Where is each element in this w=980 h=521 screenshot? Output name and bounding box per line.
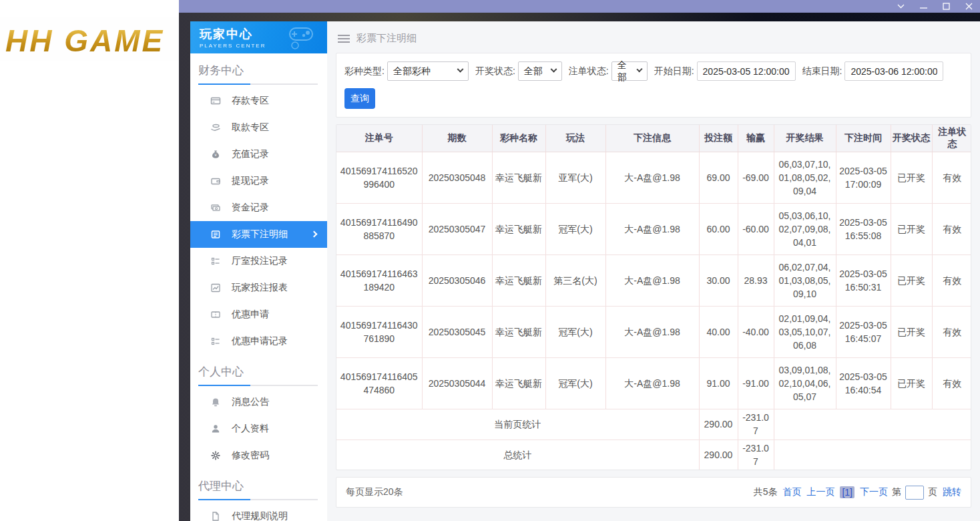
cell-bet-info: 大-A盘@1.98 [605, 255, 699, 307]
chevron-down-icon[interactable] [889, 0, 912, 13]
cell-period: 20250305048 [422, 152, 492, 204]
cell-order-status: 有效 [932, 358, 971, 409]
hh-game-logo: HH GAME [5, 23, 164, 59]
cell-winloss: -91.00 [738, 358, 774, 409]
chevron-down-icon [636, 66, 642, 72]
draw-status-label: 开奖状态: [475, 65, 515, 77]
cell-draw-status: 已开奖 [891, 204, 932, 255]
cell-play: 亚军(大) [545, 152, 605, 204]
cell-bet-info: 大-A盘@1.98 [605, 358, 699, 409]
maximize-button[interactable] [935, 0, 957, 13]
start-date-input[interactable] [697, 61, 796, 81]
cell-draw-result: 06,03,07,10,01,08,05,02,09,04 [774, 152, 836, 204]
cell-lottery-name: 幸运飞艇新 [492, 255, 545, 307]
cell-bet-time: 2025-03-05 17:00:09 [836, 152, 891, 204]
jump-suffix: 页 [928, 486, 937, 498]
lottery-type-select[interactable]: 全部彩种 [387, 61, 469, 81]
cell-draw-status: 已开奖 [891, 255, 932, 307]
prev-page-link[interactable]: 上一页 [806, 486, 834, 498]
col-order-status: 注单状态 [932, 125, 971, 152]
window-body: 玩家中心 PLAYERS CENTER 财务中心 存款专区 [179, 13, 980, 521]
cell-bet-amount: 91.00 [699, 358, 738, 409]
sidebar-item-lottery-bet-details[interactable]: 彩票下注明细 [190, 221, 327, 248]
sidebar-item-hall-bet-records[interactable]: 厅室投注记录 [190, 248, 327, 275]
list-book-icon [210, 229, 221, 240]
sidebar-item-deposit[interactable]: 存款专区 [190, 88, 327, 114]
summary-row-current-page: 当前页统计 290.00 -231.07 [336, 409, 971, 440]
cell-bet-amount: 40.00 [699, 307, 738, 358]
bet-table: 注单号 期数 彩种名称 玩法 下注信息 投注额 输赢 开奖结果 下注时间 开奖状… [336, 125, 971, 470]
lottery-type-label: 彩种类型: [344, 65, 385, 77]
sidebar-item-fund-records[interactable]: 资金记录 [190, 194, 327, 221]
col-draw-status: 开奖状态 [891, 125, 932, 152]
start-date-label: 开始日期: [654, 65, 694, 77]
search-button[interactable]: 查询 [344, 88, 375, 109]
page-size-text: 每页显示20条 [346, 486, 403, 498]
cell-bet-info: 大-A盘@1.98 [605, 307, 699, 358]
next-page-link[interactable]: 下一页 [860, 486, 888, 498]
sidebar-item-label: 取款专区 [232, 122, 269, 134]
ticket-icon [210, 309, 221, 320]
sidebar-item-label: 优惠申请记录 [232, 335, 288, 347]
cell-play: 冠军(大) [545, 307, 605, 358]
minimize-button[interactable] [912, 0, 935, 13]
sidebar-item-player-bet-report[interactable]: 玩家投注报表 [190, 275, 327, 301]
jump-button[interactable]: 跳转 [943, 486, 961, 498]
bet-table-card: 注单号 期数 彩种名称 玩法 下注信息 投注额 输赢 开奖结果 下注时间 开奖状… [336, 124, 971, 470]
hand-money-icon [210, 122, 221, 133]
sidebar-item-agent-rules[interactable]: 代理规则说明 [190, 503, 327, 521]
order-status-select[interactable]: 全部 [611, 61, 648, 81]
banknote-icon [210, 202, 221, 213]
sidebar-item-withdraw[interactable]: 取款专区 [190, 114, 327, 141]
hamburger-icon[interactable] [338, 33, 350, 45]
cell-lottery-name: 幸运飞艇新 [492, 307, 545, 358]
draw-status-value: 全部 [524, 65, 543, 77]
filter-panel: 彩种类型: 全部彩种 开奖状态: 全部 注单状态: 全部 [336, 53, 971, 118]
cell-period: 20250305046 [422, 255, 492, 307]
sidebar-item-recharge-records[interactable]: ¥ 充值记录 [190, 141, 327, 168]
cell-order-id: 401569174116430761890 [336, 307, 422, 358]
sidebar-item-profile[interactable]: 个人资料 [190, 415, 327, 442]
close-button[interactable] [957, 0, 980, 13]
draw-status-select[interactable]: 全部 [518, 61, 562, 81]
cell-bet-amount: 69.00 [699, 152, 738, 204]
sidebar-item-announcements[interactable]: 消息公告 [190, 389, 327, 415]
summary-empty [774, 409, 971, 440]
section-underline [198, 83, 318, 85]
cell-play: 第三名(大) [545, 255, 605, 307]
first-page-link[interactable]: 首页 [782, 486, 801, 498]
section-underline [198, 499, 318, 500]
sidebar-item-withdraw-records[interactable]: 提现记录 [190, 168, 327, 194]
cell-draw-result: 03,09,01,08,02,10,04,06,05,07 [774, 358, 836, 409]
sidebar-item-label: 消息公告 [232, 396, 269, 408]
cell-bet-amount: 60.00 [699, 204, 738, 255]
order-status-value: 全部 [618, 59, 632, 83]
sidebar-item-label: 厅室投注记录 [232, 255, 288, 267]
chevron-down-icon [457, 66, 463, 73]
main-content: 彩票下注明细 彩种类型: 全部彩种 开奖状态: 全部 注单状 [327, 21, 980, 521]
cell-bet-info: 大-A盘@1.98 [605, 204, 699, 255]
sidebar-item-label: 优惠申请 [232, 309, 269, 321]
cell-play: 冠军(大) [545, 204, 605, 255]
section-title-finance: 财务中心 [198, 63, 318, 78]
cell-order-status: 有效 [932, 204, 971, 255]
table-row: 401569174116430761890 20250305045 幸运飞艇新 … [336, 307, 971, 358]
sidebar-item-promo-apply[interactable]: 优惠申请 [190, 301, 327, 328]
cell-lottery-name: 幸运飞艇新 [492, 152, 545, 204]
sidebar-item-promo-apply-records[interactable]: 优惠申请记录 [190, 328, 327, 355]
lottery-type-value: 全部彩种 [393, 65, 431, 77]
jump-page-input[interactable] [905, 486, 924, 500]
summary-label: 总统计 [336, 440, 699, 470]
sidebar: 玩家中心 PLAYERS CENTER 财务中心 存款专区 [190, 21, 327, 521]
main-header: 彩票下注明细 [327, 21, 980, 53]
list-icon [210, 256, 221, 267]
wallet-icon [210, 176, 221, 186]
cell-draw-result: 05,03,06,10,02,07,09,08,04,01 [774, 204, 836, 255]
sidebar-item-change-password[interactable]: 修改密码 [190, 442, 327, 469]
cell-bet-amount: 30.00 [699, 255, 738, 307]
col-period: 期数 [422, 125, 492, 152]
end-date-input[interactable] [844, 61, 943, 81]
summary-winloss-total: -231.07 [738, 440, 774, 470]
col-lottery-name: 彩种名称 [492, 125, 545, 152]
col-bet-info: 下注信息 [605, 125, 699, 152]
